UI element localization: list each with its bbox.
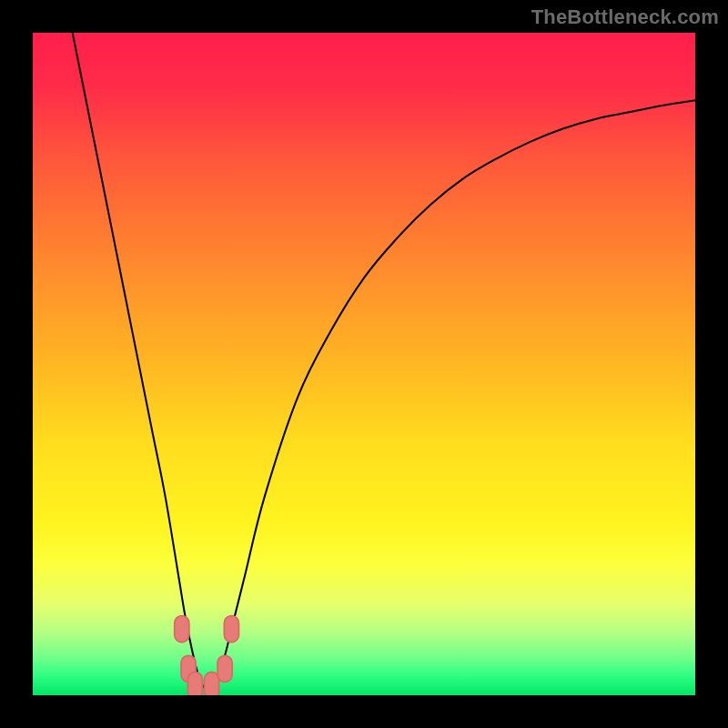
optimal-marker [205, 672, 219, 695]
curve-layer [33, 33, 695, 695]
optimal-marker [175, 616, 189, 642]
optimal-marker [224, 616, 238, 642]
optimal-marker [217, 655, 232, 682]
bottleneck-curve [73, 33, 695, 691]
chart-frame: TheBottleneck.com [0, 0, 728, 728]
plot-area [33, 33, 695, 695]
marker-group [175, 616, 239, 695]
optimal-marker [187, 672, 202, 695]
watermark-text: TheBottleneck.com [531, 5, 719, 29]
